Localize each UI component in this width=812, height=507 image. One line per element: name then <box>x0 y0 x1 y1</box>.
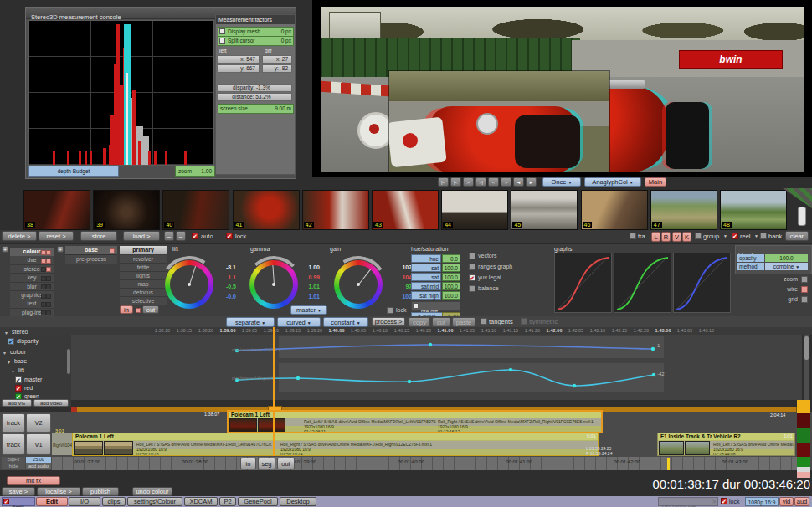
bank-checkbox[interactable] <box>760 233 767 239</box>
reel-block-darkred2[interactable] <box>797 443 810 457</box>
layer-text[interactable]: text <box>10 300 54 309</box>
res-display[interactable]: 1080p 16:9 <box>745 497 779 506</box>
display-mode-dropdown[interactable]: AnaglyphCol ▼ <box>584 177 641 187</box>
pre-diff-checkbox[interactable] <box>413 303 419 309</box>
base-header[interactable]: base <box>65 246 117 255</box>
grade-out-button[interactable]: out <box>142 305 159 314</box>
f1-clip[interactable]: F1 Inside Track & Tr Vehicle R2 Roll_Lef… <box>657 433 795 456</box>
view-toggle-zoom[interactable]: zoom <box>766 276 808 283</box>
depth-budget-button[interactable]: depth Budget <box>28 166 119 177</box>
out-button[interactable]: out <box>277 458 295 469</box>
curve-canvas[interactable] <box>71 335 802 400</box>
edit-mode-button[interactable]: Edit <box>36 497 68 506</box>
copy-button[interactable]: copy <box>409 317 430 327</box>
track-v1-header[interactable]: track <box>2 433 25 455</box>
toggle-checkbox[interactable] <box>469 285 475 292</box>
thumbnail-45[interactable]: 45 <box>511 190 578 230</box>
reel-checkbox[interactable]: ✔ <box>732 233 738 239</box>
layer-dve[interactable]: dve <box>10 256 54 265</box>
seg-button[interactable]: seg <box>258 458 275 469</box>
v1-clip-polecam[interactable]: Polecam 1 Left Roll_Left / S:\SAS drive\… <box>72 433 599 456</box>
v1-partial-clip[interactable]: RighV01D48 <box>52 433 72 455</box>
desk-tab-clips[interactable]: clips <box>102 497 126 506</box>
track-v2-header[interactable]: track <box>2 413 25 433</box>
view-toggle-checkbox[interactable] <box>801 296 808 303</box>
delete-button[interactable]: delete > <box>2 231 37 241</box>
keyframe[interactable] <box>652 373 655 376</box>
mlt-fx-button[interactable]: mlt fx <box>7 476 60 485</box>
toggle-balance[interactable]: balance <box>469 285 499 292</box>
layer-colour[interactable]: colour <box>10 248 54 257</box>
vid-button[interactable]: vid <box>779 497 794 506</box>
keyframe[interactable] <box>429 343 432 346</box>
strip-scrollbar[interactable] <box>798 207 806 226</box>
add-vg-button[interactable]: add VG <box>2 399 32 407</box>
primary-lights[interactable]: lights <box>120 272 167 280</box>
desk-tab-genepool[interactable]: GenePool <box>238 497 278 506</box>
thumbnail-40[interactable]: 40 <box>162 190 229 230</box>
layer-key[interactable]: key <box>10 274 54 283</box>
toggle-checkbox[interactable] <box>469 264 475 270</box>
next-button[interactable]: → <box>176 231 186 241</box>
view-toggle-checkbox[interactable] <box>801 286 808 293</box>
transport-button-5[interactable]: > <box>501 177 511 187</box>
keyframe[interactable] <box>408 380 411 383</box>
huesat-value-2[interactable]: 100.0 <box>442 273 460 281</box>
grade-in-button[interactable]: in <box>120 305 133 314</box>
curved-dropdown[interactable]: curved ▼ <box>277 317 321 327</box>
toggle-ranges-graph[interactable]: ranges graph <box>469 264 512 270</box>
playhead-lower[interactable] <box>273 412 275 456</box>
desk-tab-settings-colour[interactable]: settings\Colour <box>127 497 182 506</box>
tree-scrollbar[interactable] <box>67 349 70 374</box>
track-v1-name[interactable]: V1 <box>26 433 51 455</box>
split-cursor-checkbox[interactable] <box>219 38 225 44</box>
desk-tab-xdcam[interactable]: XDCAM <box>184 497 218 506</box>
tree-stereo[interactable]: stereo <box>12 329 28 335</box>
screen-size-row[interactable]: screen size 9.00 m <box>218 104 294 114</box>
master-dropdown[interactable]: master ▼ <box>290 305 327 315</box>
constant-dropdown[interactable]: constant ▼ <box>323 317 368 327</box>
reset-button[interactable]: reset > <box>39 231 74 241</box>
clear-button[interactable]: clear <box>785 231 809 241</box>
huesat-value-0[interactable]: 0.0 <box>442 254 460 263</box>
add-audio-button[interactable]: add audio <box>26 463 51 469</box>
keyframe[interactable] <box>509 368 512 371</box>
video-button[interactable]: V <box>672 232 681 242</box>
loop-mode-dropdown[interactable]: Once ▼ <box>542 177 581 187</box>
zoom-field[interactable]: zoom 1.00 <box>175 166 215 177</box>
desk-tab-desktop[interactable]: Desktop <box>280 497 316 506</box>
separate-dropdown[interactable]: separate ▼ <box>226 317 275 327</box>
paste-button[interactable]: paste <box>452 317 475 327</box>
group-checkbox[interactable] <box>695 233 702 239</box>
tree-colour[interactable]: colour <box>10 349 26 355</box>
desk-toggle[interactable]: ✔ desk <box>2 497 35 506</box>
toggle-vectors[interactable]: vectors <box>469 253 497 259</box>
group-chevron-icon[interactable]: ▼ <box>723 233 727 238</box>
stereo-expand-arrow[interactable]: ▾ <box>5 330 8 335</box>
format-display[interactable]: HD 1080p rgb > <box>658 497 718 506</box>
timeline-ruler[interactable]: 00:01:37:0000:01:38:0000:01:39:0000:01:4… <box>52 457 797 470</box>
hide-button[interactable]: hide <box>2 463 25 469</box>
in-button[interactable]: in <box>240 458 256 469</box>
tree-red[interactable]: red <box>24 385 33 391</box>
curve-area[interactable]: dve\axes\axis 1\size s1dve\stereo\dispar… <box>71 335 802 400</box>
colour-expand-arrow[interactable]: ▾ <box>3 350 6 356</box>
primary-revolver[interactable]: revolver <box>120 255 167 264</box>
add-layer-button[interactable]: + <box>2 246 8 253</box>
transport-button-1[interactable]: |< <box>450 177 461 187</box>
split-cursor-row[interactable]: Split cursor 0 px <box>218 36 294 46</box>
reel-block-darkred1[interactable] <box>797 413 810 428</box>
output-lock-checkbox[interactable]: ✔ <box>721 498 727 504</box>
store-button[interactable]: store <box>80 231 117 241</box>
transport-button-4[interactable]: < <box>488 177 499 187</box>
v2-clip-polecam[interactable]: Polecam 1 Left Roll_Left / S:\SAS drive\… <box>227 410 603 433</box>
tree-base[interactable]: base <box>14 358 27 364</box>
publish-button[interactable]: publish <box>82 487 119 496</box>
anaglyph-viewer[interactable]: bwin <box>312 0 812 177</box>
thumbnail-39[interactable]: 39 <box>93 190 160 230</box>
clipfx-value[interactable]: 25.00 <box>26 457 51 463</box>
symmetric-checkbox[interactable] <box>521 318 527 325</box>
view-toggle-grid[interactable]: grid <box>766 296 808 303</box>
auto-checkbox[interactable]: ✔ <box>192 233 198 239</box>
pre-process-item[interactable]: pre-process <box>65 255 117 264</box>
